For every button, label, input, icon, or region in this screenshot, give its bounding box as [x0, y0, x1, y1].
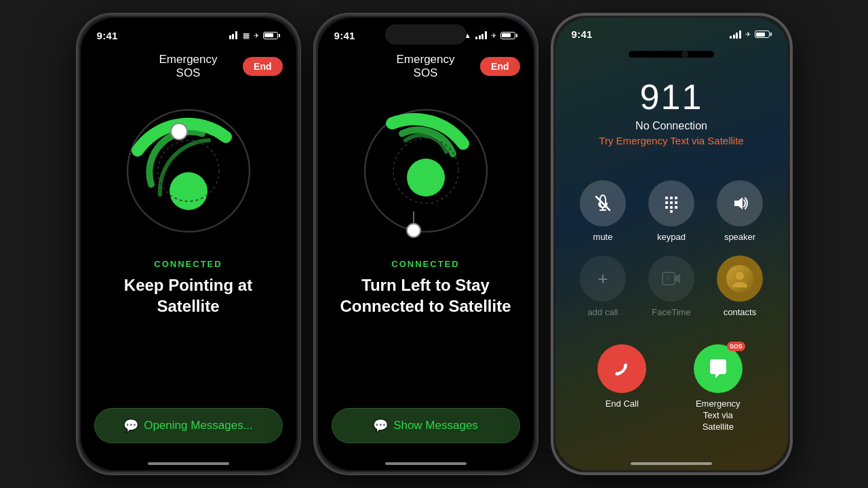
mute-button[interactable]: [580, 180, 626, 226]
keypad-btn-wrap: keypad: [644, 180, 699, 242]
sos-text-button[interactable]: SOS: [694, 344, 743, 393]
home-indicator-2: [385, 462, 467, 465]
connected-desc-1: Keep Pointing at Satellite: [81, 274, 296, 317]
call-number: 911: [555, 77, 788, 117]
svg-point-5: [407, 159, 445, 197]
speaker-icon: [730, 194, 749, 213]
connected-label-2: CONNECTED: [318, 259, 534, 269]
facetime-btn-wrap: ? FaceTime: [644, 256, 699, 317]
sos-badge: SOS: [727, 342, 745, 351]
speaker-button[interactable]: [717, 180, 763, 226]
notch-1: [148, 24, 229, 45]
mute-btn-wrap: mute: [576, 180, 631, 242]
no-connection-text: No Connection: [555, 120, 788, 132]
satellite-compass-svg-1: [121, 103, 256, 239]
status-icons-2: ▲ ✈: [464, 31, 517, 39]
speaker-btn-wrap: speaker: [713, 180, 768, 242]
top-bar-1: Emergency SOS End: [81, 47, 296, 83]
airplane-icon-1: ✈: [254, 32, 259, 39]
message-icon-2: 💬: [373, 418, 388, 433]
keypad-icon: [662, 194, 681, 213]
message-bubble-icon-3: [706, 357, 730, 381]
svg-rect-19: [670, 206, 673, 209]
facetime-icon: ?: [662, 271, 681, 286]
svg-rect-16: [670, 201, 673, 204]
person-icon: [730, 268, 750, 289]
mute-label: mute: [593, 232, 613, 242]
sos-text-label: Emergency Text via Satellite: [691, 399, 745, 433]
end-call-wrap: End Call: [597, 344, 646, 410]
svg-point-6: [407, 224, 420, 237]
phone-3: 9:41 ✈: [551, 14, 792, 474]
status-time-2: 9:41: [334, 30, 355, 41]
svg-rect-15: [665, 201, 668, 204]
svg-text:?: ?: [666, 275, 670, 283]
svg-marker-22: [734, 197, 743, 209]
connected-status-2: CONNECTED Turn Left to Stay Connected to…: [318, 259, 534, 317]
call-number-area: 911 No Connection Try Emergency Text via…: [555, 63, 788, 146]
end-button-2[interactable]: End: [480, 57, 519, 76]
speaker-label: speaker: [724, 232, 755, 242]
keypad-button[interactable]: [648, 180, 694, 226]
facetime-label: FaceTime: [652, 307, 690, 317]
call-actions: End Call SOS Emergency Text via Satellit…: [555, 331, 788, 447]
connected-status-1: CONNECTED Keep Pointing at Satellite: [81, 259, 296, 317]
contacts-btn-wrap: contacts: [713, 256, 768, 317]
status-icons-3: ✈: [730, 30, 772, 39]
end-call-label: End Call: [606, 399, 639, 410]
svg-point-1: [170, 172, 208, 210]
add-call-button: +: [580, 256, 626, 302]
end-call-button[interactable]: [597, 344, 646, 393]
svg-rect-14: [675, 197, 677, 199]
show-messages-btn-2[interactable]: 💬 Show Messages: [332, 408, 520, 443]
home-indicator-1: [148, 462, 229, 465]
status-time-1: 9:41: [97, 30, 118, 41]
dynamic-island-3: [629, 51, 714, 58]
airplane-icon-3: ✈: [745, 30, 751, 38]
airplane-icon-2: ✈: [491, 32, 496, 39]
top-bar-2: Emergency SOS End: [318, 47, 534, 83]
emergency-sos-label-1: Emergency SOS: [157, 53, 220, 80]
notch-2: [385, 24, 467, 45]
svg-rect-20: [675, 206, 677, 209]
sos-text-wrap: SOS Emergency Text via Satellite: [691, 344, 745, 433]
connected-desc-2: Turn Left to Stay Connected to Satellite: [318, 274, 534, 317]
phone-3-screen: 9:41 ✈: [555, 18, 788, 470]
phone-2-screen: 9:41 ▲ ✈: [318, 18, 534, 470]
message-icon-1: 💬: [123, 418, 138, 433]
signal-icon-3: [730, 30, 741, 39]
contacts-label: contacts: [724, 307, 756, 317]
phone-1: 9:41 ▦ ✈: [77, 14, 300, 474]
status-icons-1: ▦ ✈: [226, 31, 280, 40]
dynamic-island-dot: [682, 51, 688, 58]
svg-rect-21: [670, 210, 673, 213]
signal-icon-2: [475, 31, 487, 39]
battery-icon-1: [263, 32, 280, 39]
compass-2: [318, 103, 534, 239]
bottom-btn-text-2: Show Messages: [393, 419, 478, 432]
end-button-1[interactable]: End: [243, 57, 282, 76]
bottom-btn-text-1: Opening Messages...: [144, 419, 253, 432]
svg-rect-17: [675, 201, 677, 204]
call-buttons-grid: mute: [555, 167, 788, 331]
svg-rect-13: [670, 197, 673, 199]
status-bar-3: 9:41 ✈: [555, 18, 788, 43]
facetime-button: ?: [648, 256, 694, 302]
keypad-label: keypad: [657, 232, 686, 242]
mute-icon: [593, 194, 612, 213]
emergency-sos-label-2: Emergency SOS: [394, 53, 457, 80]
phones-container: 9:41 ▦ ✈: [0, 0, 868, 488]
svg-marker-24: [675, 274, 680, 283]
battery-icon-3: [755, 30, 772, 38]
end-call-icon: [611, 358, 633, 380]
add-call-btn-wrap: + add call: [576, 256, 631, 317]
satellite-compass-svg-2: [358, 103, 494, 239]
wifi-icon-1: ▦: [243, 31, 250, 40]
phone3-content: 9:41 ✈: [555, 18, 788, 470]
svg-rect-12: [665, 197, 668, 199]
svg-point-26: [736, 272, 744, 280]
svg-rect-18: [665, 206, 668, 209]
contacts-button[interactable]: [717, 256, 763, 302]
opening-messages-btn-1[interactable]: 💬 Opening Messages...: [94, 408, 283, 443]
phone-1-screen: 9:41 ▦ ✈: [81, 18, 296, 470]
